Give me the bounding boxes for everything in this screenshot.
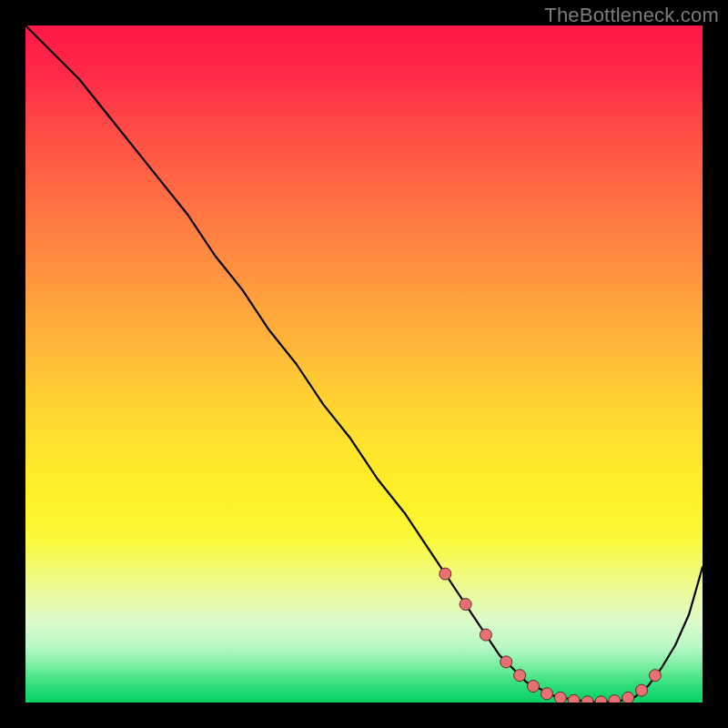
watermark-text: TheBottleneck.com bbox=[544, 4, 719, 27]
marker-dot bbox=[595, 696, 607, 703]
marker-dot bbox=[500, 656, 512, 668]
marker-dot bbox=[636, 684, 648, 696]
bottleneck-curve bbox=[25, 25, 703, 702]
plot-area bbox=[25, 25, 703, 703]
marker-dot bbox=[528, 681, 540, 693]
marker-dot bbox=[581, 696, 593, 703]
marker-dot bbox=[554, 692, 566, 703]
marker-dot bbox=[568, 694, 580, 703]
marker-dot bbox=[541, 688, 552, 700]
marker-dot bbox=[440, 568, 451, 580]
curve-layer bbox=[25, 25, 703, 703]
marker-dot bbox=[480, 629, 491, 641]
chart-frame: TheBottleneck.com bbox=[0, 0, 728, 728]
marker-dot bbox=[622, 692, 634, 703]
marker-dot bbox=[460, 599, 471, 611]
marker-dot bbox=[609, 695, 621, 703]
marker-dot bbox=[649, 670, 661, 682]
marker-dot bbox=[514, 670, 526, 682]
sweet-spot-markers bbox=[440, 568, 662, 703]
